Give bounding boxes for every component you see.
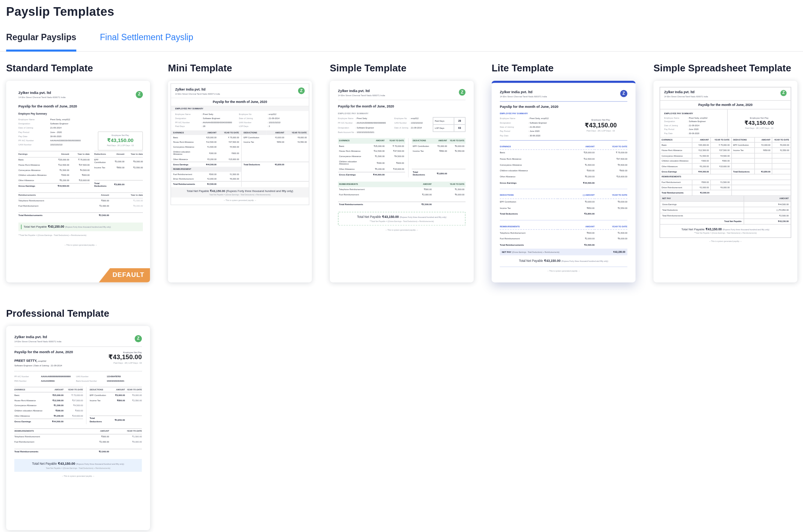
field-label: Date of Joining: [500, 126, 529, 128]
summary-title: Employee Pay Summary: [338, 112, 465, 114]
field-value: : 101010101010101: [356, 131, 390, 133]
company-address: 14 Elm Street Chennai Tamil Nadu 600071 …: [338, 94, 385, 97]
company-logo-icon: Z: [135, 335, 142, 342]
row-amount: ₹3,000.00: [107, 393, 125, 398]
system-note: -- This is system generated payslip. --: [500, 270, 627, 275]
row-ytd: ₹1,500.00: [109, 198, 143, 204]
row-label: House Rent Allowance: [18, 162, 50, 168]
company-name: Zylker India pvt. ltd: [664, 90, 708, 94]
total-net-payable-band: Total Net Payable ₹43,150.00 (Rupees For…: [14, 459, 142, 472]
payslip-header: Zylker India pvt. ltd 14 Elm Street Chen…: [660, 88, 791, 101]
field-value: : AA/AAA/0000000/000/0000000: [356, 122, 390, 124]
row-label: Children education Allowance: [14, 408, 44, 413]
tab-regular-payslips[interactable]: Regular Payslips: [6, 33, 76, 51]
lite-template-card[interactable]: Zylker India pvt. ltd 14 Elm Street Chen…: [492, 81, 636, 283]
payslip-templates-page: Payslip Templates Regular Payslips Final…: [0, 5, 803, 532]
summary-title: Employee Pay Summary: [664, 112, 723, 114]
row-label: Income Tax: [241, 140, 267, 145]
field-value: : emp012: [268, 113, 305, 116]
field-value: : June 2020: [529, 130, 574, 133]
standard-template-card[interactable]: Zylker India pvt. ltd 14 Elm Street Chen…: [6, 81, 150, 283]
company-name: Zylker India pvt. ltd: [18, 91, 65, 95]
row-ytd: ₹15,600.00: [595, 174, 627, 180]
earnings-deductions-section: Earnings Amount Year to date Basic ₹25,0…: [14, 387, 142, 424]
row-amount: ₹5,200.00: [368, 167, 386, 172]
company-address: 14 Elm Street Chennai Tamil Nadu 600071 …: [14, 340, 61, 343]
field-value: 101010101010101: [107, 379, 142, 382]
field-label: PAN Number: [14, 379, 41, 382]
row-ytd: ₹9,000.00: [595, 199, 627, 205]
row-ytd: ₹2,550.00: [125, 398, 142, 403]
company-address: 14 Elm Street Chennai Tamil Nadu 600071 …: [500, 95, 547, 98]
field-label: Designation: [664, 120, 688, 123]
amount-header: Amount: [267, 130, 286, 135]
row-ytd: ₹1,500.00: [595, 230, 627, 236]
net-pay-formula: ((Gross Earnings - Total Deductions) + R…: [512, 251, 560, 253]
mini-template-card[interactable]: Zylker India pvt. ltd 14 Elm Street Chen…: [168, 81, 312, 283]
net-pay-amount: ₹43,150.00: [574, 122, 627, 129]
row-ytd: ₹ 75,000.00: [595, 150, 627, 156]
company-block: Zylker India pvt. ltd 14 Elm Street Chen…: [664, 90, 708, 97]
row-ytd: ₹37,500.00: [64, 398, 83, 403]
paid-days-box: Paid Days 28 LOP Days 03: [433, 117, 465, 132]
field-label: Date of Joining: [239, 117, 267, 120]
simple-template-card[interactable]: Zylker India pvt. ltd 14 Elm Street Chen…: [330, 81, 474, 283]
row-amount: ₹2,000.00: [558, 236, 594, 242]
row-amount: ₹5,200.00: [558, 174, 594, 180]
row-amount: ₹12,500.00: [50, 162, 69, 168]
total-net-payable-band: Total Net Payable ₹43,150.00 (Rupees For…: [171, 187, 309, 198]
summary-title: Employee Pay Summary: [500, 112, 627, 115]
row-amount: ₹2,000.00: [400, 192, 433, 198]
deductions-table: Deductions (-) Amount Year to date EPF C…: [500, 192, 627, 211]
row-ytd: ₹900.00: [595, 168, 627, 174]
row-label: Basic: [18, 157, 50, 163]
row-ytd: ₹900.00: [64, 408, 83, 413]
field-label: Designation: [175, 117, 202, 120]
row-label: Children education Allowance: [171, 150, 199, 157]
professional-template-card[interactable]: Zylker India pvt. ltd 14 Elm Street Chen…: [6, 326, 150, 530]
total-deductions-row: Total Deductions ₹3,850.00: [500, 211, 627, 217]
company-block: Zylker India pvt. ltd 14 Elm Street Chen…: [500, 90, 547, 98]
row-ytd: ₹37,500.00: [386, 149, 405, 154]
formula-note: Total Net Payable = ((Gross Earnings - T…: [16, 467, 140, 469]
row-label: Income Tax: [412, 149, 431, 154]
lop-days-value: 03: [454, 125, 465, 131]
net-pay-row: NET PAY ((Gross Earnings - Total Deducti…: [500, 249, 627, 255]
tab-final-settlement-payslip[interactable]: Final Settlement Payslip: [100, 33, 193, 51]
total-deductions-row: Total Deductions ₹3,850.00: [412, 169, 465, 178]
statutory-fields: PF A/C Number AA/AAA/0000000/000/0000000…: [14, 375, 142, 382]
row-ytd: ₹2,550.00: [595, 205, 627, 211]
row-amount: ₹300.00: [44, 408, 64, 413]
earnings-header: Earnings: [18, 151, 50, 157]
net-pay-label: Employee Net Pay: [108, 351, 142, 354]
row-label: Telephone Reimbursement: [18, 198, 75, 204]
ytd-header: Year to date: [69, 151, 89, 157]
system-note: -- This is system generated payslip. --: [14, 476, 142, 478]
field-value: : 30-06-2020: [688, 132, 723, 135]
row-ytd: ₹4,500.00: [69, 168, 89, 173]
system-note: -- This is system generated payslip. --: [18, 244, 143, 246]
field-label: Employee Name: [338, 117, 354, 119]
field-label: Pay Date: [500, 134, 529, 137]
deductions-table: Deductions Amount Year to date EPF Contr…: [89, 387, 142, 416]
earnings-deductions-grid: Earnings Amount Year to date Deductions …: [171, 130, 309, 186]
reimbursements-table: Reimbursements Amount Year to date Telep…: [338, 182, 465, 198]
payslip-header: Zylker India pvt. ltd 14 Elm Street Chen…: [500, 90, 627, 98]
company-logo-icon: Z: [780, 90, 786, 96]
row-label: Children education Allowance: [500, 168, 558, 174]
field-label: Date of Joining: [18, 127, 50, 129]
payslip-sheet: Zylker India pvt. ltd 14 Elm Street Chen…: [171, 83, 309, 205]
formula-note: **Total Net Payable = ((Gross Earnings -…: [662, 233, 789, 235]
summary-fields-left: Employee Name : Preet Setty PF A/C Numbe…: [338, 117, 390, 133]
spreadsheet-template-card[interactable]: Zylker India pvt. ltd 14 Elm Street Chen…: [653, 81, 797, 283]
total-deductions-row: Total Deductions ₹3,850.00: [89, 416, 142, 424]
row-label: Conveyance Allowance: [171, 145, 199, 150]
field-label: Employee Name: [500, 117, 529, 120]
paid-days-line: Paid Days : 28 | LOP Days : 03: [729, 127, 789, 129]
field-value: : 28: [202, 125, 239, 128]
company-block: Zylker India pvt. ltd 14 Elm Street Chen…: [14, 335, 61, 343]
field-value: : Software Engineer: [529, 122, 574, 124]
page-title: Payslip Templates: [6, 5, 803, 19]
employee-name: PREET SETTY, emp012: [14, 359, 73, 363]
field-value: 121456478765: [107, 375, 142, 378]
